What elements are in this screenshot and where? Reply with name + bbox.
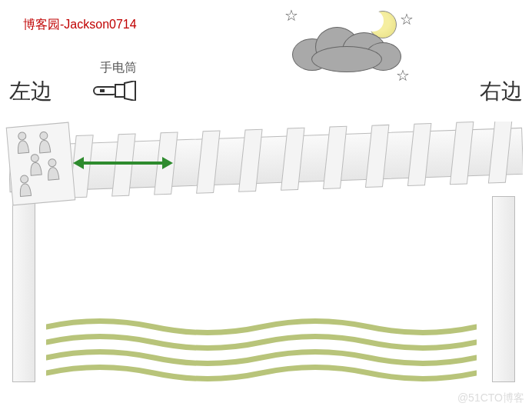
svg-point-18: [31, 154, 39, 162]
attribution-text: 博客园-Jackson0714: [23, 17, 137, 33]
star-icon: ☆: [284, 6, 298, 25]
bridge-pillar-left: [12, 196, 35, 382]
night-sky: ☆ ☆ ☆: [277, 6, 431, 91]
flashlight-icon: [92, 81, 138, 104]
diagram-stage: 博客园-Jackson0714 手电筒 左边 右边 ☆ ☆ ☆: [0, 0, 532, 413]
bridge-pillar-right: [492, 196, 515, 382]
left-side-label: 左边: [9, 77, 52, 106]
star-icon: ☆: [400, 10, 414, 28]
svg-point-16: [18, 132, 26, 141]
svg-rect-0: [94, 87, 117, 95]
cloud-icon: [292, 23, 400, 69]
right-side-label: 右边: [480, 77, 523, 106]
svg-marker-22: [73, 157, 84, 169]
double-arrow-icon: [73, 154, 173, 175]
svg-rect-1: [115, 85, 125, 97]
svg-point-20: [20, 175, 28, 184]
svg-point-17: [39, 132, 48, 140]
svg-rect-3: [100, 89, 105, 92]
svg-marker-23: [162, 157, 173, 169]
svg-point-19: [48, 158, 57, 167]
river-water: [46, 315, 477, 392]
people-group: [6, 122, 76, 206]
watermark-text: @51CTO博客: [457, 391, 524, 405]
flashlight-label: 手电筒: [100, 60, 137, 76]
